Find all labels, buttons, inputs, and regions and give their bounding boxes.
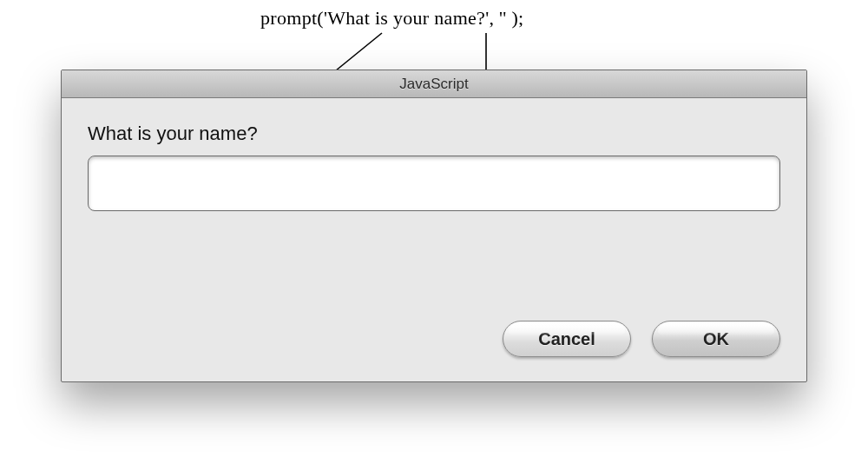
input-wrapper [88, 156, 780, 211]
dialog-titlebar: JavaScript [62, 70, 806, 98]
prompt-input[interactable] [88, 156, 780, 211]
ok-button[interactable]: OK [652, 321, 780, 357]
cancel-button-label: Cancel [538, 329, 595, 349]
ok-button-label: OK [703, 329, 729, 349]
code-annotation: prompt('What is your name?', '' ); [260, 7, 523, 30]
dialog-buttons: Cancel OK [503, 321, 780, 357]
cancel-button[interactable]: Cancel [503, 321, 631, 357]
dialog-title: JavaScript [399, 76, 468, 93]
prompt-label: What is your name? [88, 123, 780, 145]
dialog-content: What is your name? [62, 98, 806, 211]
prompt-dialog: JavaScript What is your name? Cancel OK [61, 70, 807, 382]
